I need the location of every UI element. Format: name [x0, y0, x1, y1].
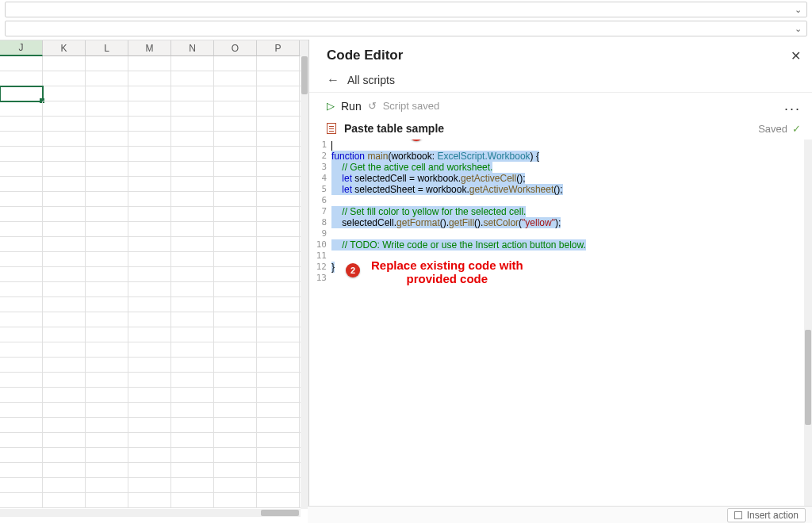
cell[interactable]	[128, 373, 171, 388]
cell[interactable]	[0, 101, 43, 117]
cell[interactable]	[171, 71, 214, 86]
cell[interactable]	[86, 237, 128, 252]
cell[interactable]	[214, 207, 257, 222]
cell[interactable]	[0, 282, 43, 297]
cell[interactable]	[0, 448, 43, 463]
cell[interactable]	[86, 342, 128, 358]
cell[interactable]	[171, 177, 214, 192]
cell[interactable]	[128, 162, 171, 177]
cell[interactable]	[171, 207, 214, 222]
cell[interactable]	[171, 237, 214, 252]
cell[interactable]	[257, 177, 300, 192]
cell[interactable]	[214, 101, 257, 117]
insert-action-button[interactable]: Insert action	[727, 508, 806, 522]
code-line[interactable]: selectedCell.getFormat().getFill().setCo…	[331, 217, 804, 228]
cell[interactable]	[43, 373, 86, 388]
cell[interactable]	[43, 162, 86, 177]
cell[interactable]	[43, 237, 86, 252]
cell[interactable]	[128, 207, 171, 222]
cell[interactable]	[171, 463, 214, 478]
cell[interactable]	[0, 312, 43, 327]
cell[interactable]	[171, 86, 214, 101]
cell[interactable]	[257, 132, 300, 147]
cell[interactable]	[257, 117, 300, 132]
code-line[interactable]: let selectedCell = workbook.getActiveCel…	[331, 173, 804, 184]
cell[interactable]	[86, 267, 128, 282]
cell[interactable]	[128, 267, 171, 282]
cell[interactable]	[257, 493, 300, 508]
cell[interactable]	[214, 222, 257, 237]
cell[interactable]	[171, 418, 214, 433]
ribbon-collapsed-2[interactable]: ⌄	[5, 21, 807, 36]
cell[interactable]	[0, 177, 43, 192]
ribbon-collapsed-1[interactable]: ⌄	[5, 2, 807, 17]
cell[interactable]	[128, 493, 171, 508]
cell[interactable]	[0, 373, 43, 388]
scrollbar-thumb[interactable]	[261, 510, 299, 516]
cell[interactable]	[86, 448, 128, 463]
cell[interactable]	[43, 297, 86, 312]
scrollbar-thumb[interactable]	[301, 56, 308, 94]
cell[interactable]	[171, 433, 214, 448]
cell[interactable]	[257, 478, 300, 493]
cell[interactable]	[43, 282, 86, 297]
cell[interactable]	[171, 282, 214, 297]
cell[interactable]	[214, 56, 257, 71]
cell[interactable]	[43, 448, 86, 463]
cell[interactable]	[257, 342, 300, 358]
cell[interactable]	[257, 388, 300, 403]
cell[interactable]	[128, 56, 171, 71]
column-header[interactable]: N	[171, 40, 214, 56]
cell[interactable]	[0, 342, 43, 358]
cell[interactable]	[257, 101, 300, 117]
cell[interactable]	[214, 373, 257, 388]
cell[interactable]	[86, 86, 128, 101]
cell[interactable]	[0, 222, 43, 237]
column-header[interactable]: K	[43, 40, 86, 56]
cell[interactable]	[171, 297, 214, 312]
cell[interactable]	[86, 433, 128, 448]
sheet-vertical-scrollbar[interactable]	[301, 40, 308, 509]
code-line[interactable]	[331, 140, 804, 151]
cell[interactable]	[257, 207, 300, 222]
cell[interactable]	[0, 162, 43, 177]
cell[interactable]	[257, 147, 300, 162]
cell[interactable]	[171, 101, 214, 117]
cell[interactable]	[128, 282, 171, 297]
cell[interactable]	[214, 388, 257, 403]
cell[interactable]	[214, 403, 257, 418]
cell[interactable]	[0, 147, 43, 162]
cell[interactable]	[257, 56, 300, 71]
code-line[interactable]: }	[331, 262, 804, 273]
cell[interactable]	[43, 71, 86, 86]
cell[interactable]	[214, 297, 257, 312]
cell[interactable]	[257, 237, 300, 252]
column-header[interactable]: M	[128, 40, 171, 56]
code-line[interactable]: // Set fill color to yellow for the sele…	[331, 206, 804, 217]
cell[interactable]	[0, 433, 43, 448]
cell[interactable]	[128, 101, 171, 117]
cell[interactable]	[86, 252, 128, 267]
cell[interactable]	[0, 418, 43, 433]
cell[interactable]	[257, 433, 300, 448]
cell[interactable]	[0, 267, 43, 282]
cell[interactable]	[43, 252, 86, 267]
cell[interactable]	[86, 463, 128, 478]
cell[interactable]	[214, 252, 257, 267]
cell[interactable]	[0, 478, 43, 493]
cell[interactable]	[86, 403, 128, 418]
cell[interactable]	[43, 493, 86, 508]
cell[interactable]	[128, 297, 171, 312]
cell[interactable]	[128, 86, 171, 101]
cell[interactable]	[86, 493, 128, 508]
cell[interactable]	[128, 222, 171, 237]
cell[interactable]	[171, 147, 214, 162]
cell[interactable]	[86, 297, 128, 312]
cell[interactable]	[43, 86, 86, 101]
cell[interactable]	[257, 71, 300, 86]
code-line[interactable]	[331, 251, 804, 262]
cell[interactable]	[0, 117, 43, 132]
cell[interactable]	[86, 147, 128, 162]
cell[interactable]	[214, 448, 257, 463]
cell[interactable]	[0, 71, 43, 86]
